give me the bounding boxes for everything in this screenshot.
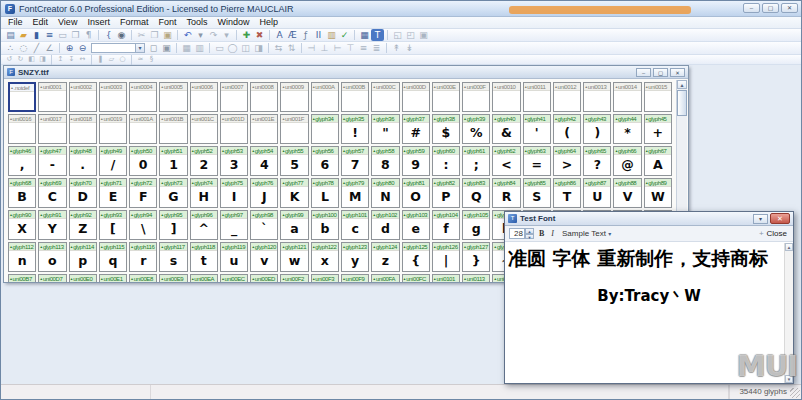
- menu-file[interactable]: File: [3, 17, 28, 28]
- shift-down-icon[interactable]: ↧: [66, 55, 77, 64]
- glyph-cell[interactable]: glyph49/: [99, 146, 127, 176]
- glyph-cell[interactable]: uni00D7: [38, 274, 66, 282]
- kerning-icon[interactable]: Æ: [286, 29, 299, 41]
- glyph-cell[interactable]: uni0016: [8, 114, 36, 144]
- glyph-cell[interactable]: glyph588: [371, 146, 399, 176]
- glyph-cell[interactable]: glyph85S: [523, 178, 551, 208]
- glyph-overview-icon[interactable]: ▦: [358, 29, 371, 41]
- glyph-cell[interactable]: glyph599: [402, 146, 430, 176]
- align-right-icon[interactable]: ⊢: [331, 42, 344, 54]
- glyph-cell[interactable]: glyph127}: [462, 242, 490, 272]
- menu-tools[interactable]: Tools: [181, 17, 212, 28]
- glyph-cell[interactable]: uni0012: [553, 82, 581, 112]
- spin-down-icon[interactable]: ▼: [525, 234, 534, 240]
- glyph-cell[interactable]: glyph37#: [402, 114, 430, 144]
- rotate-ccw-icon[interactable]: ↺: [4, 55, 15, 64]
- menu-help[interactable]: Help: [254, 17, 283, 28]
- glyph-cell[interactable]: glyph92Z: [69, 210, 97, 240]
- glyph-cell[interactable]: uni0003: [99, 82, 127, 112]
- test-font-icon[interactable]: T: [371, 29, 384, 41]
- show-grid-icon[interactable]: ▦: [180, 42, 193, 54]
- glyph-cell[interactable]: uni0002: [69, 82, 97, 112]
- glyph-cell[interactable]: glyph46,: [8, 146, 36, 176]
- redo-dropdown-icon[interactable]: ▾: [220, 29, 233, 41]
- glyph-cell[interactable]: glyph533: [220, 146, 248, 176]
- glyph-cell[interactable]: glyph103e: [402, 210, 430, 240]
- glyph-cell[interactable]: glyph97_: [220, 210, 248, 240]
- glyph-cell[interactable]: uni000F: [462, 82, 490, 112]
- glyph-cell[interactable]: glyph72F: [129, 178, 157, 208]
- tile-windows-icon[interactable]: ◰: [404, 29, 417, 41]
- glyph-cell[interactable]: uni001A: [129, 114, 157, 144]
- glyph-cell[interactable]: glyph65?: [583, 146, 611, 176]
- intersect-contours-icon[interactable]: ◨: [252, 42, 265, 54]
- knife-tool-icon[interactable]: ╱: [30, 42, 43, 54]
- undo-icon[interactable]: ↶: [181, 29, 194, 41]
- glyph-cell[interactable]: uni00EC: [220, 274, 248, 282]
- glyph-cell[interactable]: glyph90X: [8, 210, 36, 240]
- zoom-out-icon[interactable]: ⊖: [76, 42, 89, 54]
- glyph-cell[interactable]: glyph63=: [523, 146, 551, 176]
- glyph-cell[interactable]: glyph87U: [583, 178, 611, 208]
- glyph-cell[interactable]: glyph44*: [613, 114, 641, 144]
- glyph-cell[interactable]: glyph121w: [280, 242, 308, 272]
- zoom-in-icon[interactable]: ⊕: [63, 42, 76, 54]
- glyph-cell[interactable]: glyph99a: [280, 210, 308, 240]
- minimize-button[interactable]: ‒: [743, 3, 760, 13]
- font-size-spinner[interactable]: 28 ▲ ▼: [509, 228, 534, 239]
- align-bottom-icon[interactable]: ≣: [370, 42, 383, 54]
- glyph-cell[interactable]: glyph75I: [220, 178, 248, 208]
- smooth-icon[interactable]: ≈: [135, 55, 146, 64]
- close-button[interactable]: ✕: [781, 3, 798, 13]
- glyph-cell[interactable]: uni00B7: [8, 274, 36, 282]
- glyph-cell[interactable]: glyph116r: [129, 242, 157, 272]
- chevron-down-icon[interactable]: ▾: [135, 44, 144, 52]
- glyph-cell[interactable]: glyph42(: [553, 114, 581, 144]
- glyph-cell[interactable]: uni000D: [402, 82, 430, 112]
- resize-grip[interactable]: [790, 388, 800, 398]
- center-glyph-icon[interactable]: ↔: [77, 55, 88, 64]
- glyph-cell[interactable]: glyph36": [371, 114, 399, 144]
- glyph-cell[interactable]: uni00E0: [69, 274, 97, 282]
- glyph-cell[interactable]: uni00E1: [99, 274, 127, 282]
- glyph-cell[interactable]: uni0015: [644, 82, 672, 112]
- glyph-cell[interactable]: glyph544: [250, 146, 278, 176]
- menu-insert[interactable]: Insert: [82, 17, 115, 28]
- test-font-titlebar[interactable]: T Test Font ▾ ✕: [505, 212, 793, 226]
- glyph-cell[interactable]: uni0011: [523, 82, 551, 112]
- bold-toggle[interactable]: B: [537, 229, 546, 238]
- glyph-cell[interactable]: glyph45+: [644, 114, 672, 144]
- glyph-cell[interactable]: glyph80N: [371, 178, 399, 208]
- italic-pair-icon[interactable]: II: [312, 29, 325, 41]
- scroll-down-icon[interactable]: ▼: [785, 375, 793, 383]
- draw-rect-icon[interactable]: ▭: [213, 42, 226, 54]
- glyph-cell[interactable]: glyph511: [159, 146, 187, 176]
- opentype-icon[interactable]: ƒ: [299, 29, 312, 41]
- shift-up-icon[interactable]: ↥: [55, 55, 66, 64]
- glyph-cell[interactable]: glyph40&: [492, 114, 520, 144]
- glyph-cell[interactable]: glyph77K: [280, 178, 308, 208]
- glyph-cell[interactable]: glyph101c: [341, 210, 369, 240]
- scroll-thumb[interactable]: [677, 90, 687, 116]
- order-down-icon[interactable]: ↡: [403, 42, 416, 54]
- glyph-cell[interactable]: uni00FA: [371, 274, 399, 282]
- glyph-cell[interactable]: glyph555: [280, 146, 308, 176]
- glyph-cell[interactable]: glyph70D: [69, 178, 97, 208]
- glyph-cell[interactable]: glyph69C: [38, 178, 66, 208]
- cut-icon[interactable]: ✂: [135, 29, 148, 41]
- glyph-cell[interactable]: glyph122x: [311, 242, 339, 272]
- glyph-cell[interactable]: uni0010: [492, 82, 520, 112]
- glyph-cell[interactable]: uni001F: [280, 114, 308, 144]
- glyph-cell[interactable]: .notdef: [8, 82, 36, 112]
- glyph-cell[interactable]: glyph41': [523, 114, 551, 144]
- validate-icon[interactable]: ✓: [338, 29, 351, 41]
- glyph-cell[interactable]: glyph74H: [190, 178, 218, 208]
- glyph-cell[interactable]: uni00E9: [159, 274, 187, 282]
- glyph-cell[interactable]: uni0101: [432, 274, 460, 282]
- document-maximize-button[interactable]: ▢: [653, 68, 668, 77]
- glyph-cell[interactable]: glyph100b: [311, 210, 339, 240]
- glyph-cell[interactable]: uni00F2: [280, 274, 308, 282]
- glyph-cell[interactable]: glyph34: [311, 114, 339, 144]
- glyph-cell[interactable]: glyph73G: [159, 178, 187, 208]
- options-icon[interactable]: §: [146, 55, 157, 64]
